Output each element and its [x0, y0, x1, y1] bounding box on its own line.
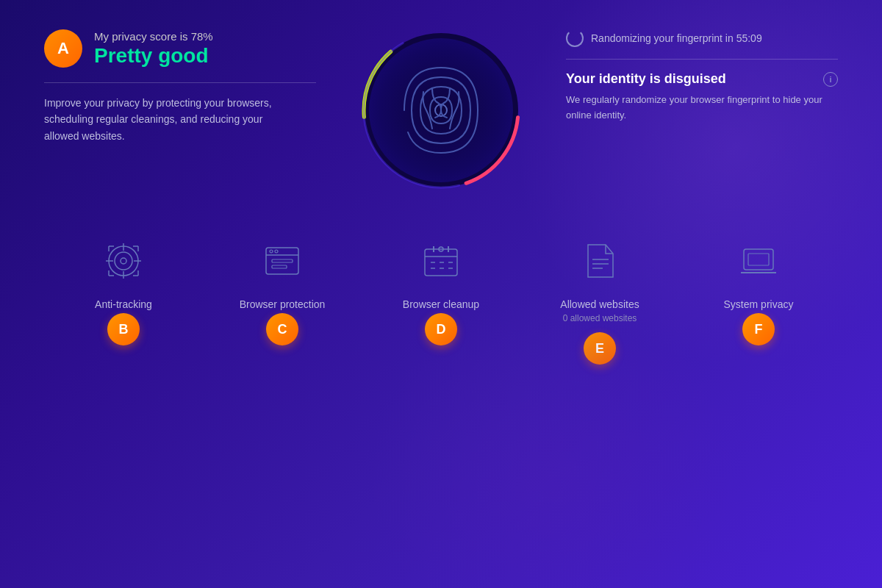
- timer-text: Randomizing your fingerprint in 55:09: [591, 32, 762, 44]
- document-icon: [579, 240, 620, 282]
- left-panel: A My privacy score is 78% Pretty good Im…: [44, 29, 345, 144]
- main-container: A My privacy score is 78% Pretty good Im…: [0, 0, 882, 588]
- timer-icon: [566, 29, 584, 47]
- browser-cleanup-label: Browser cleanup: [403, 298, 479, 310]
- svg-rect-17: [272, 265, 287, 268]
- svg-rect-16: [272, 259, 293, 262]
- system-privacy-icon-wrap: [733, 235, 784, 287]
- privacy-description: Improve your privacy by protecting your …: [44, 95, 294, 144]
- system-privacy-badge[interactable]: F: [742, 313, 775, 345]
- svg-rect-34: [748, 254, 769, 265]
- svg-point-7: [121, 258, 126, 264]
- feature-card-anti-tracking[interactable]: Anti-tracking B: [57, 235, 190, 345]
- top-section: A My privacy score is 78% Pretty good Im…: [44, 29, 838, 191]
- svg-rect-12: [266, 248, 298, 274]
- browser-cleanup-icon-wrap: [415, 235, 467, 287]
- allowed-websites-badge[interactable]: E: [584, 332, 616, 365]
- score-subtitle: My privacy score is 78%: [94, 30, 213, 43]
- identity-title: Your identity is disguised: [566, 71, 726, 87]
- browser-cleanup-badge[interactable]: D: [425, 313, 457, 345]
- calendar-icon: [420, 240, 462, 282]
- system-privacy-label: System privacy: [724, 298, 794, 310]
- feature-card-browser-protection[interactable]: Browser protection C: [216, 235, 348, 345]
- avatar-row: A My privacy score is 78% Pretty good: [44, 29, 316, 68]
- center-panel: [345, 29, 537, 191]
- identity-description: We regularly randomize your browser fing…: [566, 93, 838, 123]
- anti-tracking-label: Anti-tracking: [95, 298, 152, 310]
- timer-row: Randomizing your fingerprint in 55:09: [566, 29, 838, 60]
- anti-tracking-icon-wrap: [98, 235, 149, 287]
- score-info: My privacy score is 78% Pretty good: [94, 30, 213, 68]
- allowed-websites-icon-wrap: [574, 235, 625, 287]
- identity-title-row: Your identity is disguised i: [566, 71, 838, 87]
- score-title: Pretty good: [94, 44, 213, 68]
- avatar: A: [44, 29, 82, 68]
- svg-point-15: [275, 250, 278, 253]
- laptop-icon: [738, 240, 779, 282]
- browser-protection-badge[interactable]: C: [266, 313, 298, 345]
- divider: [44, 82, 316, 83]
- feature-card-system-privacy[interactable]: System privacy F: [692, 235, 825, 345]
- anti-tracking-badge[interactable]: B: [107, 313, 140, 345]
- allowed-websites-sublabel: 0 allowed websites: [563, 313, 637, 323]
- allowed-websites-label: Allowed websites: [560, 298, 639, 310]
- fingerprint-icon: [390, 59, 492, 162]
- fingerprint-container: [360, 29, 522, 191]
- target-icon: [103, 240, 144, 282]
- feature-card-allowed-websites[interactable]: Allowed websites 0 allowed websites E: [534, 235, 666, 365]
- right-panel: Randomizing your fingerprint in 55:09 Yo…: [537, 29, 838, 123]
- svg-point-6: [115, 252, 132, 270]
- browser-protection-label: Browser protection: [240, 298, 326, 310]
- browser-icon: [262, 240, 303, 282]
- svg-point-14: [270, 250, 273, 253]
- features-section: Anti-tracking B Browser protection C: [44, 235, 838, 365]
- browser-protection-icon-wrap: [257, 235, 308, 287]
- fingerprint-inner: [369, 38, 513, 182]
- feature-card-browser-cleanup[interactable]: Browser cleanup D: [375, 235, 507, 345]
- info-icon[interactable]: i: [823, 72, 838, 87]
